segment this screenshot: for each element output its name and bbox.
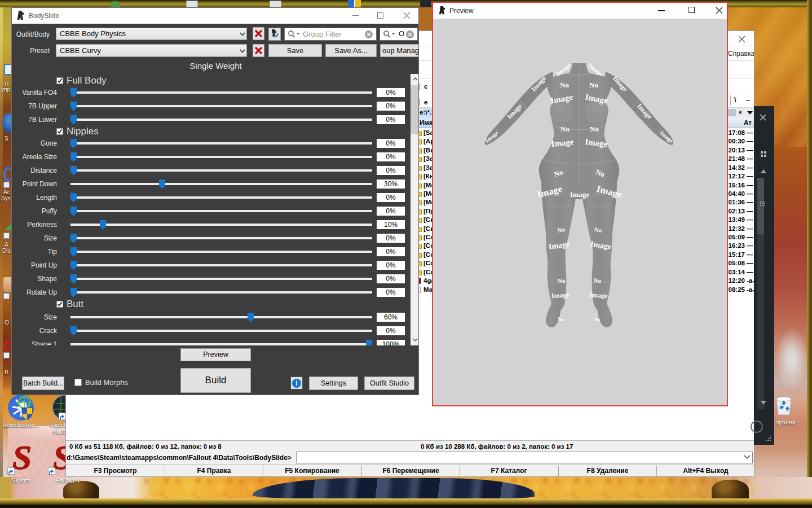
svg-text:No: No <box>558 277 566 284</box>
svg-text:S: S <box>12 444 32 472</box>
svg-text:Image: Image <box>589 291 608 300</box>
svg-text:No: No <box>557 226 566 234</box>
svg-text:Image: Image <box>551 291 570 300</box>
svg-text:No: No <box>561 125 570 133</box>
svg-text:No: No <box>590 125 599 133</box>
svg-text:No: No <box>560 81 569 89</box>
svg-text:No: No <box>593 277 602 284</box>
svg-text:No: No <box>594 226 602 234</box>
svg-text:No: No <box>594 317 601 322</box>
svg-text:Image: Image <box>570 190 590 199</box>
svg-text:No: No <box>589 81 598 89</box>
